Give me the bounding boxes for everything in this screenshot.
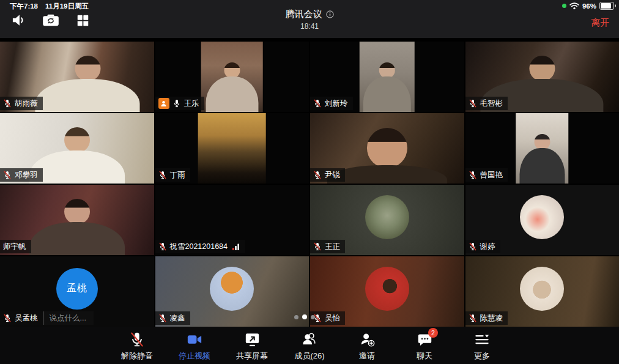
- mic-muted-icon: [3, 314, 12, 322]
- page-indicator: [294, 314, 315, 319]
- participant-label: 刘新玲: [310, 97, 353, 110]
- participant-name: 师宇帆: [3, 242, 26, 252]
- share-screen-button[interactable]: 共享屏幕: [234, 332, 270, 362]
- members-button[interactable]: 成员(26): [292, 332, 327, 362]
- video-tile[interactable]: 毛智彬: [465, 42, 619, 112]
- participant-silhouette: [206, 61, 259, 112]
- avatar: [365, 195, 409, 239]
- participant-video: [201, 42, 263, 112]
- mic-muted-icon: [158, 242, 167, 251]
- share-screen-icon: [244, 332, 261, 347]
- participant-label: 凌鑫: [155, 311, 190, 325]
- participant-label: 毛智彬: [465, 97, 508, 110]
- participant-video: [29, 198, 125, 255]
- participant-name: 陈慧凌: [480, 313, 503, 324]
- participant-name: 祝雪2021201684: [170, 242, 228, 252]
- chat-unread-badge: 2: [428, 328, 438, 338]
- info-icon[interactable]: [326, 10, 334, 18]
- video-tile[interactable]: 曾国艳: [465, 113, 619, 184]
- video-tile[interactable]: 丁雨: [155, 113, 310, 184]
- video-tile[interactable]: 凌鑫: [155, 256, 310, 327]
- video-tile[interactable]: 尹锐: [310, 113, 464, 184]
- mic-muted-icon: [3, 171, 12, 179]
- avatar: [365, 267, 409, 311]
- participant-label: 王正: [310, 240, 345, 253]
- video-tile[interactable]: 吴怡: [310, 256, 464, 327]
- stop-video-button[interactable]: 停止视频: [177, 332, 212, 362]
- toolbar-label: 解除静音: [121, 351, 153, 362]
- toolbar-label: 邀请: [359, 351, 375, 362]
- participant-video: [516, 113, 569, 184]
- video-tile[interactable]: 师宇帆: [0, 185, 154, 255]
- participant-label: 陈慧凌: [465, 311, 508, 325]
- video-tile[interactable]: 孟桃 吴孟桃 说点什么...: [0, 256, 154, 327]
- participant-label: 吴怡: [310, 311, 345, 325]
- leave-button[interactable]: 离开: [591, 17, 609, 29]
- participant-video: [29, 126, 125, 184]
- participant-name: 刘新玲: [325, 98, 348, 109]
- avatar: [210, 267, 254, 311]
- participant-label: 曾国艳: [465, 168, 508, 182]
- toolbar-label: 聊天: [417, 351, 432, 362]
- video-tile[interactable]: 王乐: [155, 42, 310, 112]
- participant-name: 凌鑫: [170, 313, 185, 324]
- toolbar-label: 共享屏幕: [236, 351, 268, 362]
- page-dot-active: [302, 314, 307, 319]
- mic-muted-icon: [158, 314, 167, 322]
- participant-name: 谢婷: [480, 242, 495, 252]
- mic-muted-icon: [469, 99, 477, 108]
- participant-label: 邓攀羽: [0, 168, 43, 182]
- video-tile[interactable]: 谢婷: [465, 185, 619, 255]
- participant-name: 丁雨: [170, 170, 185, 180]
- participant-label: 师宇帆: [0, 240, 31, 253]
- avatar: [520, 195, 564, 239]
- page-dot: [294, 315, 298, 319]
- host-badge-icon: [158, 98, 169, 109]
- participant-video: [327, 126, 447, 184]
- participant-name: 吴孟桃: [15, 313, 38, 324]
- participant-name: 毛智彬: [480, 98, 503, 109]
- toolbar-label: 更多: [474, 351, 490, 362]
- mic-muted-icon: [469, 171, 477, 179]
- chat-button[interactable]: 2 聊天: [407, 332, 442, 362]
- mic-muted-icon: [129, 332, 145, 347]
- participant-label: 王乐: [155, 97, 204, 110]
- page-dot: [311, 315, 315, 319]
- participant-name: 吴怡: [325, 313, 340, 324]
- more-icon: [474, 332, 490, 347]
- recording-green-dot-icon: [562, 4, 566, 8]
- participant-silhouette: [363, 61, 411, 112]
- video-tile[interactable]: 邓攀羽: [0, 113, 154, 184]
- invite-icon: [359, 332, 376, 347]
- quick-chat-input[interactable]: 说点什么...: [43, 311, 94, 325]
- meeting-elapsed-time: 18:41: [0, 22, 619, 31]
- video-camera-icon: [186, 332, 203, 347]
- participant-name: 曾国艳: [480, 170, 503, 180]
- meeting-title-block: 腾讯会议 18:41: [0, 9, 619, 31]
- video-tile[interactable]: 王正: [310, 185, 464, 255]
- mic-muted-icon: [313, 99, 322, 108]
- participant-name: 邓攀羽: [15, 170, 38, 180]
- invite-button[interactable]: 邀请: [349, 332, 385, 362]
- participant-name: 尹锐: [325, 170, 340, 180]
- video-grid: 胡雨薇 王乐 刘新玲 毛智彬 邓攀羽: [0, 42, 619, 327]
- video-tile[interactable]: 陈慧凌: [465, 256, 619, 327]
- toolbar-label: 停止视频: [179, 351, 210, 362]
- participant-name: 王正: [325, 242, 340, 252]
- participant-label: 尹锐: [310, 168, 345, 182]
- participant-label: 祝雪2021201684: [155, 240, 246, 253]
- video-tile[interactable]: 祝雪2021201684: [155, 185, 310, 255]
- participant-video: [198, 113, 266, 184]
- video-tile[interactable]: 胡雨薇: [0, 42, 154, 112]
- participant-name: 王乐: [184, 98, 199, 109]
- quick-chat-placeholder: 说点什么...: [50, 313, 86, 324]
- app-title: 腾讯会议: [286, 9, 322, 20]
- avatar-initials: 孟桃: [56, 268, 98, 310]
- more-button[interactable]: 更多: [464, 332, 500, 362]
- mic-muted-icon: [3, 99, 12, 108]
- mic-muted-icon: [313, 171, 322, 179]
- participant-name: 胡雨薇: [15, 98, 38, 109]
- unmute-button[interactable]: 解除静音: [119, 332, 155, 362]
- participant-silhouette: [519, 133, 565, 184]
- video-tile[interactable]: 刘新玲: [310, 42, 464, 112]
